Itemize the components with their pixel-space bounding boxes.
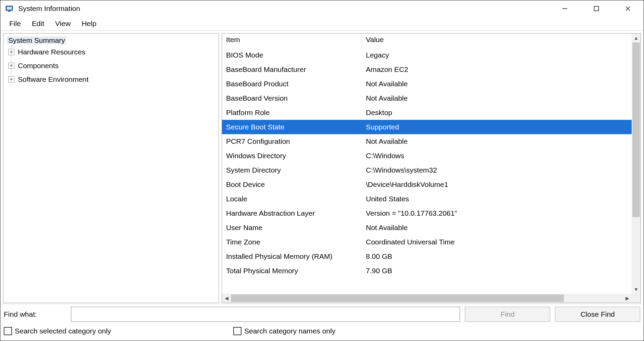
find-label: Find what: (4, 310, 71, 318)
checkbox-icon[interactable] (4, 327, 12, 335)
list-cell-item: PCR7 Configuration (222, 137, 362, 146)
list-row[interactable]: Total Physical Memory7.90 GB (222, 264, 632, 278)
list-cell-item: Windows Directory (222, 152, 362, 160)
checkbox-label: Search category names only (244, 327, 335, 335)
list-row[interactable]: BaseBoard ProductNot Available (222, 77, 632, 91)
maximize-button[interactable] (581, 0, 612, 17)
close-find-button[interactable]: Close Find (555, 307, 640, 322)
tree-node-label: Software Environment (17, 75, 89, 84)
list-cell-item: Locale (222, 195, 362, 203)
content-area: System Summary +Hardware Resources+Compo… (0, 30, 644, 304)
scroll-up-icon[interactable]: ▲ (632, 34, 641, 42)
list-cell-value: Supported (362, 123, 632, 131)
list-cell-value: Desktop (362, 109, 632, 117)
list-cell-item: System Directory (222, 166, 362, 174)
list-cell-value: \Device\HarddiskVolume1 (362, 180, 632, 189)
tree-node-label: Hardware Resources (17, 48, 86, 56)
tree-node[interactable]: +Components (11, 59, 215, 73)
list-row[interactable]: BIOS ModeLegacy (222, 48, 632, 62)
list-cell-item: Platform Role (222, 109, 362, 117)
scroll-right-icon[interactable]: ▶ (623, 294, 632, 303)
scrollbar-thumb[interactable] (632, 42, 640, 217)
list-cell-item: BaseBoard Version (222, 94, 362, 102)
find-button[interactable]: Find (465, 307, 550, 322)
vertical-scrollbar[interactable]: ▲ ▼ (632, 34, 641, 294)
column-header-value[interactable]: Value (362, 34, 632, 48)
column-header-item[interactable]: Item (222, 34, 362, 48)
list-cell-value: Coordinated Universal Time (362, 238, 632, 246)
list-cell-value: C:\Windows (362, 152, 632, 160)
tree-node-label: Components (17, 62, 59, 70)
svg-rect-2 (8, 11, 11, 12)
list-cell-item: BaseBoard Manufacturer (222, 65, 362, 74)
list-cell-value: 7.90 GB (362, 267, 632, 275)
expand-icon[interactable]: + (8, 49, 14, 55)
list-cell-item: BIOS Mode (222, 51, 362, 59)
menu-help[interactable]: Help (76, 18, 102, 29)
expand-icon[interactable]: + (8, 63, 14, 69)
list-cell-value: Legacy (362, 51, 632, 59)
details-list: Item Value BIOS ModeLegacyBaseBoard Manu… (222, 33, 641, 303)
list-header[interactable]: Item Value (222, 34, 632, 48)
list-cell-item: Hardware Abstraction Layer (222, 209, 362, 217)
list-cell-item: User Name (222, 224, 362, 232)
list-cell-item: BaseBoard Product (222, 80, 362, 88)
checkbox-search-names[interactable]: Search category names only (233, 327, 463, 335)
scrollbar-thumb-h[interactable] (231, 294, 564, 302)
list-row[interactable]: PCR7 ConfigurationNot Available (222, 134, 632, 149)
list-row[interactable]: LocaleUnited States (222, 192, 632, 206)
menu-edit[interactable]: Edit (26, 18, 50, 29)
window-title: System Information (18, 4, 80, 13)
menu-file[interactable]: File (4, 18, 26, 29)
checkbox-label: Search selected category only (15, 327, 111, 335)
close-button[interactable] (612, 0, 644, 17)
list-row[interactable]: Platform RoleDesktop (222, 105, 632, 120)
app-icon (5, 4, 13, 13)
list-row[interactable]: Secure Boot StateSupported (222, 120, 632, 134)
tree-root[interactable]: System Summary (7, 36, 66, 44)
tree-node[interactable]: +Hardware Resources (11, 45, 215, 59)
tree-node[interactable]: +Software Environment (11, 73, 215, 86)
list-cell-value: United States (362, 195, 632, 203)
list-row[interactable]: System DirectoryC:\Windows\system32 (222, 163, 632, 177)
list-cell-item: Time Zone (222, 238, 362, 246)
checkbox-icon[interactable] (233, 327, 242, 335)
list-row[interactable]: Time ZoneCoordinated Universal Time (222, 235, 632, 249)
svg-rect-4 (594, 7, 599, 11)
list-row[interactable]: Hardware Abstraction LayerVersion = "10.… (222, 206, 632, 220)
scrollbar-corner (632, 294, 641, 303)
find-input[interactable] (71, 307, 460, 322)
category-tree[interactable]: System Summary +Hardware Resources+Compo… (3, 33, 219, 303)
list-cell-value: Version = "10.0.17763.2061" (362, 209, 632, 217)
list-cell-item: Installed Physical Memory (RAM) (222, 252, 362, 261)
list-cell-value: Not Available (362, 80, 632, 88)
list-row[interactable]: Installed Physical Memory (RAM)8.00 GB (222, 249, 632, 264)
list-cell-item: Secure Boot State (222, 123, 362, 131)
list-cell-value: 8.00 GB (362, 252, 632, 261)
list-row[interactable]: BaseBoard VersionNot Available (222, 91, 632, 105)
list-cell-item: Total Physical Memory (222, 267, 362, 275)
find-bar: Find what: Find Close Find Search select… (0, 304, 644, 341)
expand-icon[interactable]: + (8, 76, 14, 83)
list-cell-value: Not Available (362, 224, 632, 232)
list-cell-value: Not Available (362, 94, 632, 102)
menu-view[interactable]: View (50, 18, 76, 29)
list-row[interactable]: Windows DirectoryC:\Windows (222, 149, 632, 163)
scroll-left-icon[interactable]: ◀ (222, 294, 231, 303)
list-cell-value: Not Available (362, 137, 632, 146)
list-cell-value: C:\Windows\system32 (362, 166, 632, 174)
menubar: File Edit View Help (0, 17, 644, 30)
list-cell-value: Amazon EC2 (362, 65, 632, 74)
checkbox-search-selected[interactable]: Search selected category only (4, 327, 233, 335)
list-row[interactable]: Boot Device\Device\HarddiskVolume1 (222, 177, 632, 192)
titlebar: System Information (0, 0, 644, 17)
svg-rect-1 (7, 7, 12, 10)
list-cell-item: Boot Device (222, 180, 362, 189)
horizontal-scrollbar[interactable]: ◀ ▶ (222, 294, 632, 303)
scroll-down-icon[interactable]: ▼ (632, 285, 641, 294)
list-row[interactable]: User NameNot Available (222, 220, 632, 235)
list-row[interactable]: BaseBoard ManufacturerAmazon EC2 (222, 62, 632, 77)
minimize-button[interactable] (549, 0, 581, 17)
